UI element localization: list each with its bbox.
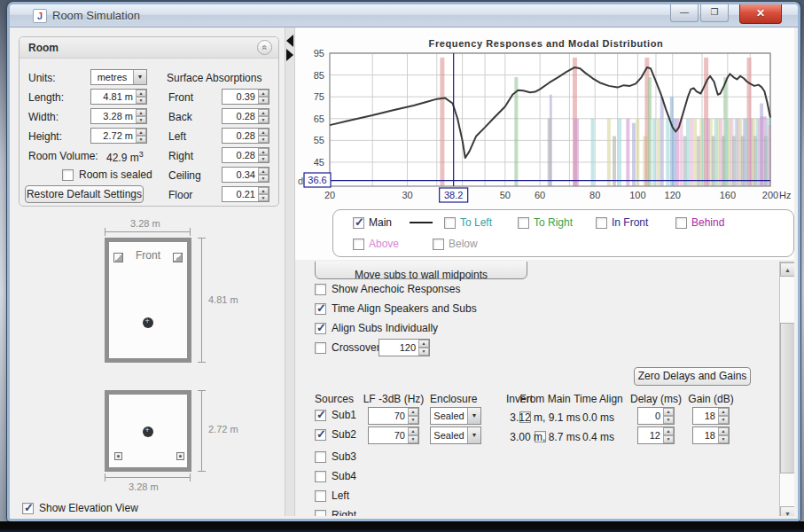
crossover-frequency-spinner[interactable]: 120 ▲▼ (379, 339, 430, 356)
spin-up-icon[interactable]: ▲ (408, 427, 418, 435)
spin-up-icon[interactable]: ▲ (136, 129, 146, 136)
spin-down-icon[interactable]: ▼ (258, 116, 269, 123)
spin-up-icon[interactable]: ▲ (663, 427, 674, 435)
move-subs-button[interactable]: Move subs to wall midpoints (315, 262, 527, 279)
spin-up-icon[interactable]: ▲ (258, 187, 269, 194)
legend-infront-checkbox[interactable]: In Front (596, 216, 648, 229)
checkbox-icon (315, 342, 326, 354)
sub2-gain-spinner[interactable]: 18 ▲▼ (692, 426, 730, 444)
units-combobox[interactable]: metres ▼ (90, 69, 147, 85)
split-pane-divider[interactable] (285, 27, 295, 516)
maximize-button[interactable]: ❐ (700, 4, 729, 22)
restore-defaults-button[interactable]: Restore Default Settings (25, 185, 144, 203)
elevation-listener-icon[interactable] (143, 426, 153, 437)
plan-view-room[interactable]: Front (105, 238, 191, 363)
spin-up-icon[interactable]: ▲ (258, 109, 269, 116)
absorption-front-spinner[interactable]: 0.39 ▲▼ (222, 89, 269, 105)
close-button[interactable]: ✕ (739, 4, 782, 24)
sub2-delay-spinner[interactable]: 12 ▲▼ (637, 426, 675, 444)
spin-down-icon[interactable]: ▼ (258, 136, 269, 143)
spin-up-icon[interactable]: ▲ (418, 340, 429, 348)
legend-main-checkbox[interactable]: Main (353, 216, 392, 229)
combo-arrow-icon[interactable]: ▼ (133, 70, 146, 84)
spin-up-icon[interactable]: ▲ (136, 109, 146, 116)
listener-head-icon[interactable] (143, 317, 153, 328)
frequency-chart[interactable]: 9585756555452030506080100120160200HzdB36… (298, 50, 794, 209)
spin-up-icon[interactable]: ▲ (408, 408, 418, 416)
sub2-enable-checkbox[interactable]: Sub2 (315, 428, 356, 441)
spin-down-icon[interactable]: ▼ (136, 97, 146, 104)
spin-down-icon[interactable]: ▼ (258, 155, 269, 162)
sub1-icon[interactable] (114, 452, 122, 460)
scroll-down-icon[interactable]: ▼ (780, 506, 794, 516)
sub1-enable-checkbox[interactable]: Sub1 (315, 409, 356, 421)
zero-delays-button[interactable]: Zero Delays and Gains (634, 367, 751, 386)
chart-title: Frequency Responses and Modal Distributi… (295, 38, 794, 49)
spin-up-icon[interactable]: ▲ (258, 148, 269, 155)
sub2-icon[interactable] (176, 452, 184, 460)
sub1-lf-spinner[interactable]: 70 ▲▼ (368, 407, 419, 425)
spin-down-icon[interactable]: ▼ (258, 175, 269, 182)
spin-down-icon[interactable]: ▼ (663, 435, 674, 443)
combo-arrow-icon[interactable]: ▼ (467, 408, 480, 424)
spin-down-icon[interactable]: ▼ (258, 194, 269, 201)
width-spinner[interactable]: 3.28 m ▲▼ (90, 108, 147, 124)
spin-down-icon[interactable]: ▼ (258, 97, 269, 104)
room-sealed-checkbox[interactable]: Room is sealed (62, 168, 152, 181)
legend-toright-checkbox[interactable]: To Right (518, 216, 573, 229)
height-spinner[interactable]: 2.72 m ▲▼ (90, 128, 147, 144)
combo-arrow-icon[interactable]: ▼ (467, 427, 480, 443)
spin-up-icon[interactable]: ▲ (258, 168, 269, 175)
sub1-gain-spinner[interactable]: 18 ▲▼ (692, 407, 730, 425)
spin-down-icon[interactable]: ▼ (136, 116, 146, 123)
titlebar[interactable]: J Room Simulation — ❐ ✕ (10, 4, 798, 27)
show-anechoic-checkbox[interactable]: Show Anechoic Responses (315, 283, 460, 295)
absorption-right-spinner[interactable]: 0.28 ▲▼ (222, 147, 269, 163)
spin-down-icon[interactable]: ▼ (718, 416, 729, 424)
spin-up-icon[interactable]: ▲ (663, 408, 674, 416)
right-enable-checkbox[interactable]: Right (315, 509, 356, 516)
time-align-checkbox[interactable]: Time Align Speakers and Subs (315, 302, 477, 315)
collapse-left-icon[interactable] (286, 35, 293, 47)
scrollbar-thumb[interactable] (780, 323, 794, 473)
absorption-ceiling-spinner[interactable]: 0.34 ▲▼ (222, 167, 269, 183)
spin-down-icon[interactable]: ▼ (136, 136, 146, 143)
spin-down-icon[interactable]: ▼ (663, 416, 674, 424)
spin-down-icon[interactable]: ▼ (408, 435, 418, 443)
spin-up-icon[interactable]: ▲ (258, 129, 269, 136)
spin-up-icon[interactable]: ▲ (718, 408, 729, 416)
absorption-back-spinner[interactable]: 0.28 ▲▼ (222, 108, 269, 124)
spin-down-icon[interactable]: ▼ (408, 416, 418, 424)
sub2-enclosure-combo[interactable]: Sealed ▼ (430, 426, 481, 444)
sub4-enable-checkbox[interactable]: Sub4 (315, 470, 356, 482)
svg-text:60: 60 (535, 190, 545, 200)
legend-below-checkbox[interactable]: Below (433, 238, 478, 250)
sub3-enable-checkbox[interactable]: Sub3 (315, 450, 356, 463)
collapse-panel-button[interactable]: « (257, 40, 272, 55)
spin-up-icon[interactable]: ▲ (258, 90, 269, 97)
absorption-floor-spinner[interactable]: 0.21 ▲▼ (222, 186, 269, 202)
sub1-enclosure-combo[interactable]: Sealed ▼ (430, 407, 481, 425)
legend-behind-checkbox[interactable]: Behind (675, 216, 724, 229)
expand-right-icon[interactable] (286, 49, 293, 61)
length-spinner[interactable]: 4.81 m ▲▼ (90, 89, 147, 105)
minimize-button[interactable]: — (670, 4, 699, 22)
elevation-view-room[interactable] (105, 390, 191, 472)
sub2-lf-spinner[interactable]: 70 ▲▼ (368, 426, 419, 444)
vertical-scrollbar[interactable]: ▲ ▼ (779, 262, 794, 516)
svg-text:50: 50 (500, 190, 511, 200)
absorption-left-spinner[interactable]: 0.28 ▲▼ (222, 128, 269, 144)
align-subs-checkbox[interactable]: Align Subs Individually (315, 322, 438, 334)
legend-above-checkbox[interactable]: Above (353, 238, 399, 250)
spin-down-icon[interactable]: ▼ (718, 435, 729, 443)
scroll-up-icon[interactable]: ▲ (780, 262, 794, 277)
spin-up-icon[interactable]: ▲ (136, 90, 146, 97)
legend-toleft-checkbox[interactable]: To Left (444, 216, 492, 229)
left-enable-checkbox[interactable]: Left (315, 489, 349, 502)
sub1-delay-spinner[interactable]: 0 ▲▼ (637, 407, 675, 425)
show-elevation-checkbox[interactable]: Show Elevation View (22, 502, 138, 514)
spin-up-icon[interactable]: ▲ (718, 427, 729, 435)
spin-down-icon[interactable]: ▼ (418, 348, 429, 356)
left-speaker-icon[interactable] (113, 253, 123, 262)
right-speaker-icon[interactable] (173, 253, 183, 262)
